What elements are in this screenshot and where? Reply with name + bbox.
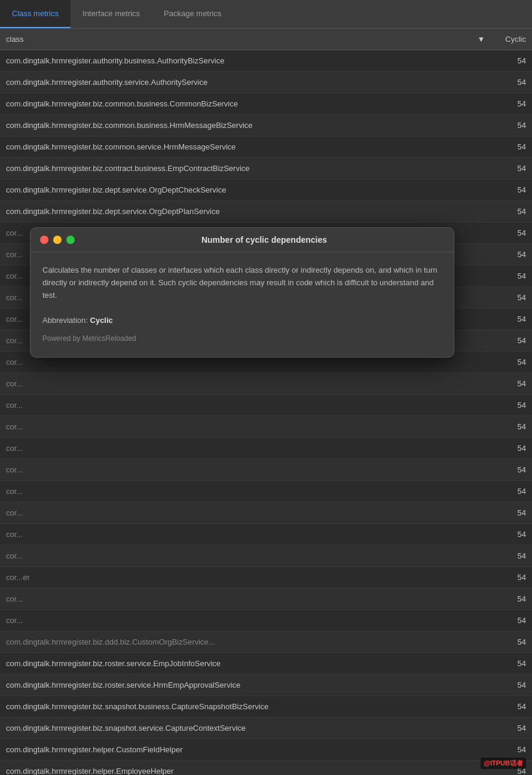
table-row[interactable]: cor...54 xyxy=(0,373,532,395)
row-cyclic-value: 54 xyxy=(490,702,532,711)
row-class-name: cor... xyxy=(0,358,490,367)
table-row[interactable]: cor...54 xyxy=(0,481,532,502)
table-row[interactable]: com.dingtalk.hrmregister.helper.CustomFi… xyxy=(0,739,532,761)
cyclic-column-header[interactable]: Cyclic xyxy=(490,35,532,44)
table-row[interactable]: com.dingtalk.hrmregister.biz.dept.servic… xyxy=(0,201,532,222)
table-row[interactable]: cor...er54 xyxy=(0,567,532,588)
tab-interface-metrics[interactable]: Interface metrics xyxy=(71,0,152,28)
row-cyclic-value: 54 xyxy=(490,487,532,496)
table-row[interactable]: cor...54 xyxy=(0,416,532,438)
table-body: com.dingtalk.hrmregister.authority.busin… xyxy=(0,50,532,775)
row-class-name: com.dingtalk.hrmregister.biz.dept.servic… xyxy=(0,207,490,216)
row-cyclic-value: 54 xyxy=(490,207,532,216)
row-cyclic-value: 54 xyxy=(490,401,532,410)
row-cyclic-value: 54 xyxy=(490,508,532,517)
row-class-name: cor...er xyxy=(0,573,490,582)
row-cyclic-value: 54 xyxy=(490,637,532,646)
table-row[interactable]: cor...54 xyxy=(0,502,532,524)
row-class-name: com.dingtalk.hrmregister.helper.CustomFi… xyxy=(0,745,490,754)
row-cyclic-value: 54 xyxy=(490,745,532,754)
cyclic-tooltip-dialog: Number of cyclic dependencies Calculates… xyxy=(30,227,454,358)
row-class-name: com.dingtalk.hrmregister.biz.ddd.biz.Cus… xyxy=(0,637,490,646)
table-row[interactable]: cor...54 xyxy=(0,588,532,610)
row-cyclic-value: 54 xyxy=(490,573,532,582)
close-button[interactable] xyxy=(40,236,48,244)
dialog-abbreviation: Abbreviation: Cyclic xyxy=(42,316,442,325)
row-class-name: com.dingtalk.hrmregister.authority.servi… xyxy=(0,78,490,87)
row-cyclic-value: 54 xyxy=(490,724,532,733)
row-cyclic-value: 54 xyxy=(490,336,532,345)
dialog-titlebar: Number of cyclic dependencies xyxy=(30,228,454,252)
row-cyclic-value: 54 xyxy=(490,56,532,65)
table-row[interactable]: com.dingtalk.hrmregister.biz.roster.serv… xyxy=(0,675,532,696)
row-cyclic-value: 54 xyxy=(490,228,532,237)
row-class-name: com.dingtalk.hrmregister.biz.common.busi… xyxy=(0,99,490,108)
table-row[interactable]: com.dingtalk.hrmregister.biz.ddd.biz.Cus… xyxy=(0,631,532,653)
row-class-name: cor... xyxy=(0,594,490,603)
row-class-name: cor... xyxy=(0,379,490,388)
table-row[interactable]: cor...54 xyxy=(0,459,532,481)
table-row[interactable]: com.dingtalk.hrmregister.biz.common.serv… xyxy=(0,136,532,158)
table-row[interactable]: cor...54 xyxy=(0,395,532,416)
dialog-title: Number of cyclic dependencies xyxy=(84,235,444,245)
table-row[interactable]: com.dingtalk.hrmregister.authority.busin… xyxy=(0,50,532,72)
row-cyclic-value: 54 xyxy=(490,379,532,388)
row-class-name: cor... xyxy=(0,616,490,625)
metrics-table: class ▼ Cyclic com.dingtalk.hrmregister.… xyxy=(0,29,532,775)
row-class-name: com.dingtalk.hrmregister.helper.Employee… xyxy=(0,767,490,775)
table-row[interactable]: com.dingtalk.hrmregister.biz.roster.serv… xyxy=(0,653,532,675)
row-class-name: cor... xyxy=(0,444,490,453)
row-class-name: cor... xyxy=(0,530,490,539)
table-row[interactable]: cor...54 xyxy=(0,610,532,631)
window-controls xyxy=(40,236,75,244)
tab-package-metrics[interactable]: Package metrics xyxy=(152,0,233,28)
row-class-name: com.dingtalk.hrmregister.biz.common.serv… xyxy=(0,142,490,151)
row-class-name: com.dingtalk.hrmregister.biz.contract.bu… xyxy=(0,164,490,173)
watermark: @ITPUB话者 xyxy=(481,758,526,769)
row-class-name: com.dingtalk.hrmregister.biz.roster.serv… xyxy=(0,681,490,689)
row-cyclic-value: 54 xyxy=(490,594,532,603)
row-cyclic-value: 54 xyxy=(490,358,532,367)
row-cyclic-value: 54 xyxy=(490,465,532,474)
table-row[interactable]: com.dingtalk.hrmregister.biz.common.busi… xyxy=(0,93,532,115)
table-row[interactable]: com.dingtalk.hrmregister.helper.Employee… xyxy=(0,761,532,775)
table-row[interactable]: cor...54 xyxy=(0,545,532,567)
row-cyclic-value: 54 xyxy=(490,250,532,259)
row-class-name: cor... xyxy=(0,422,490,431)
table-row[interactable]: com.dingtalk.hrmregister.biz.contract.bu… xyxy=(0,158,532,179)
row-class-name: cor... xyxy=(0,508,490,517)
table-row[interactable]: com.dingtalk.hrmregister.authority.servi… xyxy=(0,72,532,93)
table-row[interactable]: com.dingtalk.hrmregister.biz.dept.servic… xyxy=(0,179,532,201)
row-class-name: com.dingtalk.hrmregister.biz.snapshot.se… xyxy=(0,724,490,733)
row-class-name: com.dingtalk.hrmregister.authority.busin… xyxy=(0,56,490,65)
row-class-name: cor... xyxy=(0,551,490,560)
row-class-name: cor... xyxy=(0,487,490,496)
table-row[interactable]: com.dingtalk.hrmregister.biz.snapshot.se… xyxy=(0,718,532,739)
table-row[interactable]: cor...54 xyxy=(0,438,532,459)
table-row[interactable]: com.dingtalk.hrmregister.biz.common.busi… xyxy=(0,115,532,136)
tab-class-metrics[interactable]: Class metrics xyxy=(0,0,71,28)
row-cyclic-value: 54 xyxy=(490,142,532,151)
row-class-name: cor... xyxy=(0,401,490,410)
row-cyclic-value: 54 xyxy=(490,315,532,324)
table-row[interactable]: cor...54 xyxy=(0,524,532,545)
row-class-name: com.dingtalk.hrmregister.biz.roster.serv… xyxy=(0,659,490,668)
row-cyclic-value: 54 xyxy=(490,121,532,130)
maximize-button[interactable] xyxy=(66,236,75,244)
row-class-name: com.dingtalk.hrmregister.biz.common.busi… xyxy=(0,121,490,130)
sort-icon[interactable]: ▼ xyxy=(472,35,490,44)
row-cyclic-value: 54 xyxy=(490,164,532,173)
minimize-button[interactable] xyxy=(53,236,62,244)
dialog-powered-by: Powered by MetricsReloaded xyxy=(42,334,442,343)
table-row[interactable]: com.dingtalk.hrmregister.biz.snapshot.bu… xyxy=(0,696,532,718)
row-cyclic-value: 54 xyxy=(490,659,532,668)
row-cyclic-value: 54 xyxy=(490,616,532,625)
row-cyclic-value: 54 xyxy=(490,99,532,108)
row-class-name: cor... xyxy=(0,465,490,474)
table-header: class ▼ Cyclic xyxy=(0,29,532,50)
row-cyclic-value: 54 xyxy=(490,422,532,431)
class-column-header[interactable]: class xyxy=(0,35,472,44)
row-cyclic-value: 54 xyxy=(490,681,532,689)
row-cyclic-value: 54 xyxy=(490,185,532,194)
row-cyclic-value: 54 xyxy=(490,271,532,280)
